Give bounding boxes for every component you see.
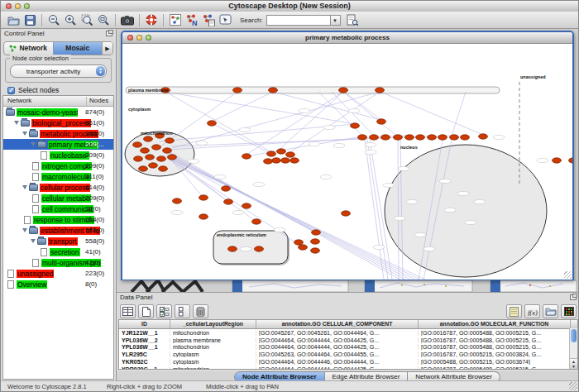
network-node[interactable] xyxy=(376,88,385,93)
region-nucleus[interactable] xyxy=(385,145,547,277)
network-tree-row[interactable]: cellular metabo209(0) xyxy=(3,193,113,203)
network-node[interactable] xyxy=(569,158,573,163)
table-scrollbar[interactable]: ▲▼ xyxy=(569,328,577,369)
table-column-header[interactable]: _cellularLayoutRegion xyxy=(170,320,256,328)
view-close-button[interactable] xyxy=(127,35,133,41)
network-tree-row[interactable]: cell communicat22(0) xyxy=(3,203,113,214)
advanced-search-icon[interactable] xyxy=(344,12,361,27)
network-edge[interactable] xyxy=(174,158,316,232)
network-node[interactable] xyxy=(149,163,158,168)
network-node[interactable] xyxy=(286,152,295,157)
network-node[interactable] xyxy=(228,246,237,251)
network-node[interactable] xyxy=(208,121,217,126)
view-zoom-button[interactable] xyxy=(146,35,151,41)
network-node[interactable] xyxy=(255,246,264,251)
network-node[interactable] xyxy=(173,198,182,203)
zoom-in-icon[interactable] xyxy=(62,12,79,27)
open-file-icon[interactable] xyxy=(5,12,22,27)
network-node[interactable] xyxy=(163,148,172,153)
table-column-header[interactable]: annotation.GO MOLECULAR_FUNCTION xyxy=(419,320,571,328)
network-edge[interactable] xyxy=(172,159,420,280)
scrollbar-thumb[interactable] xyxy=(571,329,577,342)
network-tree-row[interactable]: mosaic-demo-yeast874(0) xyxy=(3,107,113,117)
help-ring-icon[interactable] xyxy=(143,12,160,27)
expander-icon[interactable] xyxy=(31,142,36,146)
attribute-table-icon[interactable] xyxy=(120,304,136,318)
network-node[interactable] xyxy=(351,123,360,128)
network-node[interactable] xyxy=(277,149,286,154)
minimize-button[interactable] xyxy=(15,3,21,9)
network-node[interactable] xyxy=(342,211,351,216)
network-node[interactable] xyxy=(141,148,150,153)
expander-icon[interactable] xyxy=(31,239,36,243)
save-icon[interactable] xyxy=(22,12,38,27)
network-tree-row[interactable]: primary metabo209(... xyxy=(3,139,113,150)
table-row[interactable]: YJR121W__1mitochondrion[GO:0045267, GO:0… xyxy=(119,329,577,337)
resize-grip-icon[interactable] xyxy=(564,271,572,279)
network-node[interactable] xyxy=(370,135,379,140)
network-tree-row[interactable]: nitrogen compo209(0) xyxy=(3,160,113,171)
unselect-attributes-icon[interactable] xyxy=(175,304,190,318)
tab-overflow-button[interactable]: ▶ xyxy=(102,42,112,55)
network-node[interactable] xyxy=(461,135,470,140)
search-dropdown-icon[interactable]: ▼ xyxy=(331,15,341,26)
table-row[interactable]: YKR052Ccytoplasm[GO:0044464, GO:0044446,… xyxy=(119,358,577,366)
tree-column-network[interactable]: Network xyxy=(7,97,31,104)
network-tree-row[interactable]: transport558(0) xyxy=(3,236,113,246)
network-node[interactable] xyxy=(264,159,273,164)
network-tree-row[interactable]: cellular process614(0) xyxy=(3,182,113,193)
network-node[interactable] xyxy=(294,240,304,245)
network-node[interactable] xyxy=(358,135,367,140)
table-row[interactable]: YPL036W__1mitochondrion[GO:0044464, GO:0… xyxy=(119,344,577,351)
network-node[interactable] xyxy=(553,158,562,163)
network-node[interactable] xyxy=(438,135,447,140)
select-attributes-icon[interactable] xyxy=(156,304,172,318)
network-tree-row[interactable]: Overview8(0) xyxy=(3,279,113,289)
network-tree-row[interactable]: establishment of lo558(0) xyxy=(3,225,113,236)
network-node[interactable] xyxy=(199,214,208,219)
network-node[interactable] xyxy=(252,219,261,224)
table-column-header[interactable]: ID xyxy=(119,320,170,328)
network-node[interactable] xyxy=(381,135,390,140)
zoom-window-button[interactable] xyxy=(24,3,30,9)
zoom-selected-icon[interactable] xyxy=(79,12,95,27)
network-node[interactable] xyxy=(269,88,278,93)
network-node[interactable] xyxy=(168,155,177,160)
network-tree-row[interactable]: secretion41(0) xyxy=(3,246,113,257)
network-edge[interactable] xyxy=(452,92,466,136)
close-button[interactable] xyxy=(6,3,12,9)
network-node[interactable] xyxy=(144,136,153,141)
network-edge[interactable] xyxy=(212,92,273,122)
network-node[interactable] xyxy=(157,156,166,161)
network-canvas[interactable]: plasma membranecytoplasmmitochondrionnuc… xyxy=(122,44,572,280)
delete-attribute-icon[interactable] xyxy=(193,304,208,318)
network-node[interactable] xyxy=(377,119,386,124)
expander-icon[interactable] xyxy=(14,121,19,125)
tab-mosaic[interactable]: Mosaic xyxy=(53,42,103,55)
network-node[interactable] xyxy=(222,186,231,191)
zoom-out-icon[interactable] xyxy=(45,12,62,27)
network-edge[interactable] xyxy=(344,92,381,120)
network-node[interactable] xyxy=(339,88,348,93)
network-node[interactable] xyxy=(450,135,459,140)
network-node[interactable] xyxy=(311,239,320,244)
search-input[interactable] xyxy=(266,15,331,26)
import-table-icon[interactable] xyxy=(200,12,217,27)
network-node[interactable] xyxy=(416,135,425,140)
select-nodes-checkbox[interactable]: ✓ xyxy=(7,87,15,94)
network-node[interactable] xyxy=(267,151,276,156)
network-edge[interactable] xyxy=(380,92,483,135)
window-resize-grip[interactable] xyxy=(569,382,577,390)
network-node[interactable] xyxy=(312,230,321,235)
network-node[interactable] xyxy=(133,142,142,147)
tab-network[interactable]: Network xyxy=(4,42,53,55)
network-edge[interactable] xyxy=(246,136,362,156)
table-row[interactable]: YDR039C__1mitochondrion[GO:0044464, GO:0… xyxy=(119,366,577,370)
view-minimize-button[interactable] xyxy=(136,35,142,41)
expander-icon[interactable] xyxy=(22,185,27,189)
formula-icon[interactable]: f(x) xyxy=(524,304,540,318)
network-node[interactable] xyxy=(242,154,251,159)
network-graph[interactable]: plasma membranecytoplasmmitochondrionnuc… xyxy=(122,44,572,280)
network-node[interactable] xyxy=(134,156,143,161)
table-row[interactable]: YLR295Ccytoplasm[GO:0045263, GO:0044464,… xyxy=(119,351,577,358)
